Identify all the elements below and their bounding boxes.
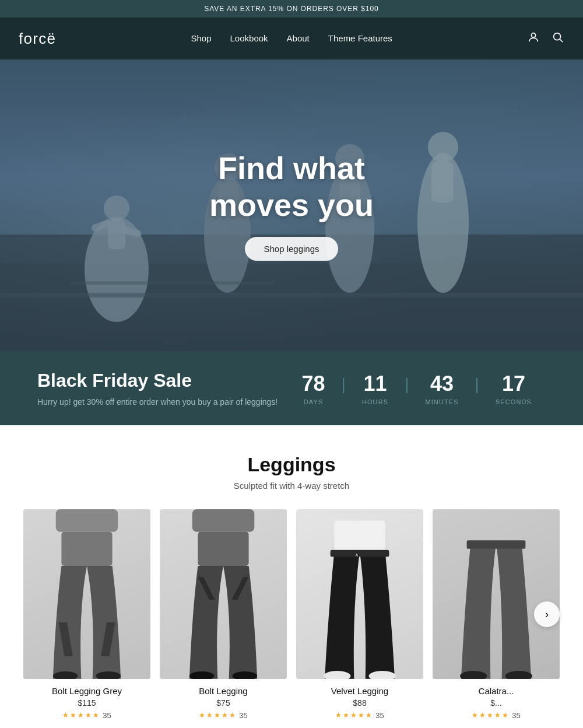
hero-section: Find what moves you Shop leggings (0, 60, 583, 351)
nav-item-theme-features[interactable]: Theme Features (328, 33, 392, 44)
product-image-2 (160, 509, 287, 679)
product-name-3: Velvet Legging (296, 686, 423, 696)
products-section: Leggings Sculpted fit with 4-way stretch (0, 425, 583, 728)
nav-item-lookbook[interactable]: Lookbook (230, 33, 268, 44)
product-price-4: $... (433, 698, 560, 708)
product-name-4: Calatra... (433, 686, 560, 696)
svg-point-1 (554, 33, 561, 40)
nav-item-shop[interactable]: Shop (191, 33, 211, 44)
divider-2: | (402, 375, 411, 394)
product-card[interactable]: Bolt Legging $75 ★ ★ ★ ★ ★ 35 (155, 509, 292, 720)
countdown-seconds: 17 SECONDS (482, 372, 546, 405)
hero-title: Find what moves you (209, 150, 374, 222)
star-3: ★ (78, 711, 84, 719)
svg-text:∧: ∧ (355, 552, 359, 558)
product-price-2: $75 (160, 698, 287, 708)
product-card[interactable]: ∧ Velvet Legging $88 ★ ★ ★ ★ ★ 35 (292, 509, 428, 720)
hero-content: Find what moves you Shop leggings (209, 150, 374, 260)
star-1: ★ (62, 711, 69, 719)
countdown-days: 78 DAYS (288, 372, 339, 405)
countdown-timer: 78 DAYS | 11 HOURS | 43 MINUTES | 17 SEC… (288, 372, 546, 405)
star-half: ★ (93, 711, 99, 719)
divider-1: | (339, 375, 348, 394)
countdown-hours: 11 HOURS (348, 372, 402, 405)
svg-rect-29 (334, 520, 385, 551)
star-4: ★ (85, 711, 92, 719)
next-button[interactable]: › (534, 601, 560, 627)
header-icons (527, 31, 564, 47)
nav-link-about[interactable]: About (287, 33, 310, 43)
nav-link-shop[interactable]: Shop (191, 33, 211, 43)
divider-3: | (473, 375, 482, 394)
stars-row-3: ★ ★ ★ ★ ★ 35 (296, 711, 423, 720)
announcement-bar: SAVE AN EXTRA 15% ON ORDERS OVER $100 (0, 0, 583, 18)
svg-point-0 (531, 33, 535, 37)
section-title: Leggings (19, 453, 564, 476)
svg-rect-26 (198, 532, 248, 566)
svg-rect-21 (56, 509, 118, 532)
stars-row-4: ★ ★ ★ ★ ★ 35 (433, 711, 560, 720)
product-name-2: Bolt Legging (160, 686, 287, 696)
sale-heading: Black Friday Sale (37, 370, 278, 391)
hero-cta-button[interactable]: Shop leggings (245, 237, 338, 261)
countdown-section: Black Friday Sale Hurry up! get 30% off … (0, 351, 583, 425)
stars-row-2: ★ ★ ★ ★ ★ 35 (160, 711, 287, 720)
svg-rect-30 (331, 550, 389, 557)
announcement-text: SAVE AN EXTRA 15% ON ORDERS OVER $100 (204, 5, 378, 13)
product-image-1 (23, 509, 150, 679)
section-subtitle: Sculpted fit with 4-way stretch (19, 481, 564, 491)
countdown-minutes: 43 MINUTES (411, 372, 472, 405)
nav-item-about[interactable]: About (287, 33, 310, 44)
product-image-3: ∧ (296, 509, 423, 679)
products-header: Leggings Sculpted fit with 4-way stretch (19, 453, 564, 491)
account-icon[interactable] (527, 31, 540, 47)
svg-rect-34 (467, 540, 526, 549)
sale-description: Hurry up! get 30% off entire order when … (37, 397, 278, 407)
product-reviews-2: 35 (239, 711, 247, 720)
countdown-left: Black Friday Sale Hurry up! get 30% off … (37, 370, 278, 407)
svg-rect-25 (192, 509, 255, 532)
search-icon[interactable] (552, 31, 564, 47)
products-grid: Bolt Legging Grey $115 ★ ★ ★ ★ ★ 35 (19, 509, 564, 720)
product-card[interactable]: Bolt Legging Grey $115 ★ ★ ★ ★ ★ 35 (19, 509, 155, 720)
svg-line-2 (560, 39, 563, 42)
product-reviews-3: 35 (375, 711, 384, 720)
product-image-4 (433, 509, 560, 679)
product-reviews-1: 35 (103, 711, 111, 720)
star-2: ★ (70, 711, 76, 719)
product-price-1: $115 (23, 698, 150, 708)
stars-row-1: ★ ★ ★ ★ ★ 35 (23, 711, 150, 720)
product-reviews-4: 35 (512, 711, 520, 720)
svg-rect-22 (61, 532, 112, 566)
logo[interactable]: forcë (19, 30, 56, 48)
nav-link-theme-features[interactable]: Theme Features (328, 33, 392, 43)
header: forcë Shop Lookbook About Theme Features (0, 18, 583, 60)
product-price-3: $88 (296, 698, 423, 708)
product-name-1: Bolt Legging Grey (23, 686, 150, 696)
main-nav: Shop Lookbook About Theme Features (191, 33, 392, 44)
nav-link-lookbook[interactable]: Lookbook (230, 33, 268, 43)
